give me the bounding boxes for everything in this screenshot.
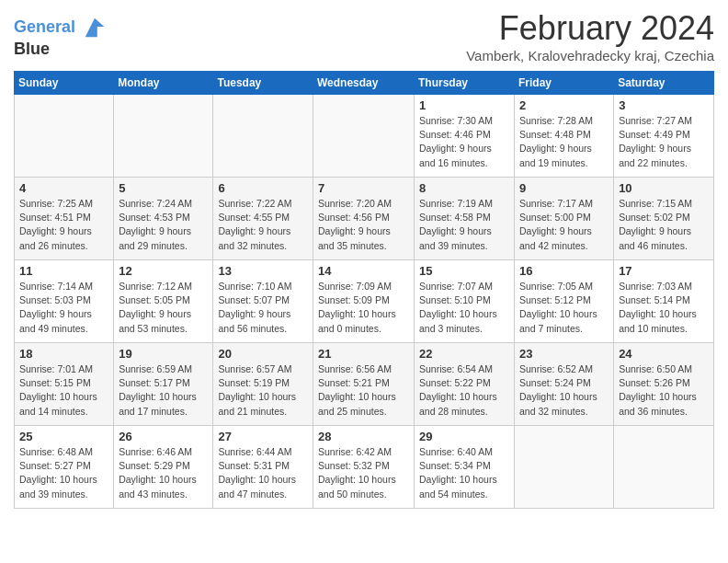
month-title: February 2024 xyxy=(466,9,714,48)
logo: General Blue xyxy=(14,15,108,59)
calendar-cell: 6Sunrise: 7:22 AM Sunset: 4:55 PM Daylig… xyxy=(213,178,313,260)
calendar-cell xyxy=(114,95,213,178)
day-info: Sunrise: 6:59 AM Sunset: 5:17 PM Dayligh… xyxy=(119,362,208,419)
calendar-cell: 18Sunrise: 7:01 AM Sunset: 5:15 PM Dayli… xyxy=(15,343,114,426)
calendar-cell: 10Sunrise: 7:15 AM Sunset: 5:02 PM Dayli… xyxy=(614,178,714,260)
calendar-week-row: 1Sunrise: 7:30 AM Sunset: 4:46 PM Daylig… xyxy=(15,95,714,178)
calendar-cell: 16Sunrise: 7:05 AM Sunset: 5:12 PM Dayli… xyxy=(515,260,614,343)
day-info: Sunrise: 7:03 AM Sunset: 5:14 PM Dayligh… xyxy=(619,280,709,336)
day-number: 18 xyxy=(19,347,108,361)
calendar-cell xyxy=(614,426,714,509)
logo-line1: General xyxy=(14,15,108,40)
day-number: 1 xyxy=(419,98,509,112)
day-number: 12 xyxy=(119,264,208,278)
day-number: 17 xyxy=(619,264,709,278)
day-info: Sunrise: 7:07 AM Sunset: 5:10 PM Dayligh… xyxy=(419,280,509,336)
day-info: Sunrise: 7:24 AM Sunset: 4:53 PM Dayligh… xyxy=(119,197,208,253)
logo-icon xyxy=(82,15,108,40)
dow-header: Saturday xyxy=(614,72,714,95)
day-number: 6 xyxy=(218,181,308,195)
header: General Blue February 2024 Vamberk, Kral… xyxy=(14,9,714,63)
subtitle: Vamberk, Kralovehradecky kraj, Czechia xyxy=(466,48,714,63)
day-number: 2 xyxy=(519,98,609,112)
day-number: 22 xyxy=(419,347,509,361)
calendar-week-row: 11Sunrise: 7:14 AM Sunset: 5:03 PM Dayli… xyxy=(15,260,714,343)
day-number: 23 xyxy=(519,347,609,361)
day-info: Sunrise: 7:12 AM Sunset: 5:05 PM Dayligh… xyxy=(119,280,208,336)
day-number: 29 xyxy=(419,430,509,443)
day-info: Sunrise: 6:40 AM Sunset: 5:34 PM Dayligh… xyxy=(419,445,509,501)
day-number: 27 xyxy=(218,430,308,443)
day-info: Sunrise: 6:44 AM Sunset: 5:31 PM Dayligh… xyxy=(218,445,308,501)
day-number: 20 xyxy=(218,347,308,361)
dow-header: Sunday xyxy=(15,72,114,95)
dow-header: Wednesday xyxy=(313,72,415,95)
calendar-cell: 5Sunrise: 7:24 AM Sunset: 4:53 PM Daylig… xyxy=(114,178,213,260)
calendar-cell: 22Sunrise: 6:54 AM Sunset: 5:22 PM Dayli… xyxy=(415,343,515,426)
calendar-cell: 13Sunrise: 7:10 AM Sunset: 5:07 PM Dayli… xyxy=(213,260,313,343)
calendar-cell: 12Sunrise: 7:12 AM Sunset: 5:05 PM Dayli… xyxy=(114,260,213,343)
day-number: 24 xyxy=(619,347,709,361)
day-number: 4 xyxy=(19,181,108,195)
day-info: Sunrise: 6:56 AM Sunset: 5:21 PM Dayligh… xyxy=(318,362,409,419)
calendar-cell: 28Sunrise: 6:42 AM Sunset: 5:32 PM Dayli… xyxy=(313,426,415,509)
day-info: Sunrise: 7:28 AM Sunset: 4:48 PM Dayligh… xyxy=(519,114,609,170)
calendar-cell: 3Sunrise: 7:27 AM Sunset: 4:49 PM Daylig… xyxy=(614,95,714,178)
calendar-cell: 25Sunrise: 6:48 AM Sunset: 5:27 PM Dayli… xyxy=(15,426,114,509)
calendar-cell: 1Sunrise: 7:30 AM Sunset: 4:46 PM Daylig… xyxy=(415,95,515,178)
dow-header: Thursday xyxy=(415,72,515,95)
day-info: Sunrise: 6:42 AM Sunset: 5:32 PM Dayligh… xyxy=(318,445,409,501)
dow-header: Tuesday xyxy=(213,72,313,95)
day-number: 25 xyxy=(19,430,108,443)
day-info: Sunrise: 7:05 AM Sunset: 5:12 PM Dayligh… xyxy=(519,280,609,336)
day-info: Sunrise: 7:10 AM Sunset: 5:07 PM Dayligh… xyxy=(218,280,308,336)
days-of-week-row: SundayMondayTuesdayWednesdayThursdayFrid… xyxy=(15,72,714,95)
day-info: Sunrise: 6:48 AM Sunset: 5:27 PM Dayligh… xyxy=(19,445,108,501)
day-info: Sunrise: 7:19 AM Sunset: 4:58 PM Dayligh… xyxy=(419,197,509,253)
logo-line2: Blue xyxy=(14,40,108,59)
day-info: Sunrise: 7:09 AM Sunset: 5:09 PM Dayligh… xyxy=(318,280,409,336)
day-number: 14 xyxy=(318,264,409,278)
calendar-table: SundayMondayTuesdayWednesdayThursdayFrid… xyxy=(14,71,714,509)
day-number: 5 xyxy=(119,181,208,195)
day-info: Sunrise: 7:15 AM Sunset: 5:02 PM Dayligh… xyxy=(619,197,709,253)
day-number: 10 xyxy=(619,181,709,195)
day-info: Sunrise: 7:01 AM Sunset: 5:15 PM Dayligh… xyxy=(19,362,108,419)
day-number: 11 xyxy=(19,264,108,278)
calendar-cell: 26Sunrise: 6:46 AM Sunset: 5:29 PM Dayli… xyxy=(114,426,213,509)
dow-header: Monday xyxy=(114,72,213,95)
calendar-cell: 24Sunrise: 6:50 AM Sunset: 5:26 PM Dayli… xyxy=(614,343,714,426)
calendar-cell: 27Sunrise: 6:44 AM Sunset: 5:31 PM Dayli… xyxy=(213,426,313,509)
svg-marker-0 xyxy=(85,18,105,38)
day-info: Sunrise: 6:57 AM Sunset: 5:19 PM Dayligh… xyxy=(218,362,308,419)
day-info: Sunrise: 7:27 AM Sunset: 4:49 PM Dayligh… xyxy=(619,114,709,170)
day-number: 15 xyxy=(419,264,509,278)
day-number: 16 xyxy=(519,264,609,278)
calendar-week-row: 18Sunrise: 7:01 AM Sunset: 5:15 PM Dayli… xyxy=(15,343,714,426)
calendar-week-row: 4Sunrise: 7:25 AM Sunset: 4:51 PM Daylig… xyxy=(15,178,714,260)
title-area: February 2024 Vamberk, Kralovehradecky k… xyxy=(466,9,714,63)
calendar-cell: 17Sunrise: 7:03 AM Sunset: 5:14 PM Dayli… xyxy=(614,260,714,343)
calendar-cell: 11Sunrise: 7:14 AM Sunset: 5:03 PM Dayli… xyxy=(15,260,114,343)
calendar-cell: 23Sunrise: 6:52 AM Sunset: 5:24 PM Dayli… xyxy=(515,343,614,426)
calendar-cell: 2Sunrise: 7:28 AM Sunset: 4:48 PM Daylig… xyxy=(515,95,614,178)
calendar-cell: 4Sunrise: 7:25 AM Sunset: 4:51 PM Daylig… xyxy=(15,178,114,260)
calendar-cell xyxy=(313,95,415,178)
calendar-body: 1Sunrise: 7:30 AM Sunset: 4:46 PM Daylig… xyxy=(15,95,714,509)
calendar-week-row: 25Sunrise: 6:48 AM Sunset: 5:27 PM Dayli… xyxy=(15,426,714,509)
calendar-cell: 7Sunrise: 7:20 AM Sunset: 4:56 PM Daylig… xyxy=(313,178,415,260)
day-info: Sunrise: 6:54 AM Sunset: 5:22 PM Dayligh… xyxy=(419,362,509,419)
calendar-cell: 8Sunrise: 7:19 AM Sunset: 4:58 PM Daylig… xyxy=(415,178,515,260)
calendar-cell: 9Sunrise: 7:17 AM Sunset: 5:00 PM Daylig… xyxy=(515,178,614,260)
calendar-cell xyxy=(515,426,614,509)
day-number: 19 xyxy=(119,347,208,361)
day-number: 8 xyxy=(419,181,509,195)
calendar-cell xyxy=(15,95,114,178)
calendar-cell: 19Sunrise: 6:59 AM Sunset: 5:17 PM Dayli… xyxy=(114,343,213,426)
day-info: Sunrise: 6:50 AM Sunset: 5:26 PM Dayligh… xyxy=(619,362,709,419)
day-info: Sunrise: 7:25 AM Sunset: 4:51 PM Dayligh… xyxy=(19,197,108,253)
day-number: 21 xyxy=(318,347,409,361)
dow-header: Friday xyxy=(515,72,614,95)
day-number: 26 xyxy=(119,430,208,443)
day-info: Sunrise: 7:22 AM Sunset: 4:55 PM Dayligh… xyxy=(218,197,308,253)
